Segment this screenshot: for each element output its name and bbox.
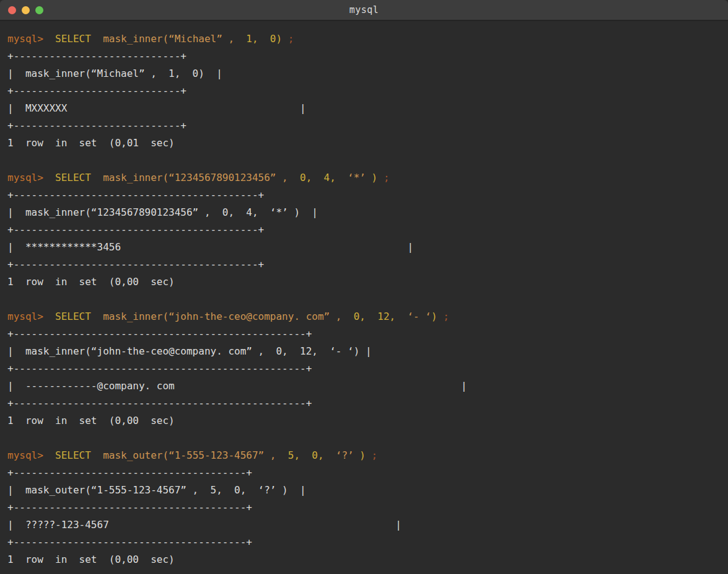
result-summary-2: 1 row in set (0,00 sec) [7, 273, 728, 291]
table-3-value: | ------------@company. com | [7, 378, 728, 395]
blank-line [7, 152, 728, 169]
table-1-value: | MXXXXXX | [7, 100, 728, 117]
table-1-border-bottom: +----------------------------+ [7, 117, 728, 135]
table-4-value: | ?????-123-4567 | [7, 516, 728, 534]
terminal-window: mysql mysql> SELECT mask_inner(“Michael”… [0, 0, 728, 574]
minimize-button[interactable] [22, 6, 30, 14]
result-summary-4: 1 row in set (0,00 sec) [7, 551, 728, 568]
blank-line [7, 291, 728, 308]
table-1-header: | mask_inner(“Michael” , 1, 0) | [7, 65, 728, 82]
table-4-header: | mask_outer(“1-555-123-4567” , 5, 0, ‘?… [7, 482, 728, 499]
table-2-border-top: +---------------------------------------… [7, 187, 728, 204]
query-line-3: mysql> SELECT mask_inner(“john-the-ceo@c… [7, 308, 728, 325]
table-3-border-mid: +---------------------------------------… [7, 360, 728, 378]
table-2-border-mid: +---------------------------------------… [7, 221, 728, 239]
query-line-4: mysql> SELECT mask_outer(“1-555-123-4567… [7, 447, 728, 464]
result-summary-1: 1 row in set (0,01 sec) [7, 135, 728, 152]
table-3-border-bottom: +---------------------------------------… [7, 395, 728, 412]
close-button[interactable] [8, 6, 16, 14]
table-3-border-top: +---------------------------------------… [7, 325, 728, 343]
table-1-border-mid: +----------------------------+ [7, 82, 728, 100]
traffic-lights [8, 0, 43, 20]
result-summary-3: 1 row in set (0,00 sec) [7, 412, 728, 430]
window-title: mysql [349, 4, 379, 15]
table-4-border-bottom: +---------------------------------------… [7, 534, 728, 551]
query-line-2: mysql> SELECT mask_inner(“12345678901234… [7, 169, 728, 187]
table-4-border-mid: +---------------------------------------… [7, 499, 728, 516]
table-2-value: | ************3456 | [7, 239, 728, 256]
table-1-border-top: +----------------------------+ [7, 48, 728, 65]
table-4-border-top: +---------------------------------------… [7, 464, 728, 482]
blank-line [7, 430, 728, 447]
terminal-screen[interactable]: mysql> SELECT mask_inner(“Michael” , 1, … [0, 21, 728, 574]
table-2-header: | mask_inner(“1234567890123456” , 0, 4, … [7, 204, 728, 221]
query-line-1: mysql> SELECT mask_inner(“Michael” , 1, … [7, 30, 728, 48]
table-2-border-bottom: +---------------------------------------… [7, 256, 728, 273]
table-3-header: | mask_inner(“john-the-ceo@company. com”… [7, 343, 728, 360]
titlebar[interactable]: mysql [0, 0, 728, 21]
zoom-button[interactable] [35, 6, 43, 14]
